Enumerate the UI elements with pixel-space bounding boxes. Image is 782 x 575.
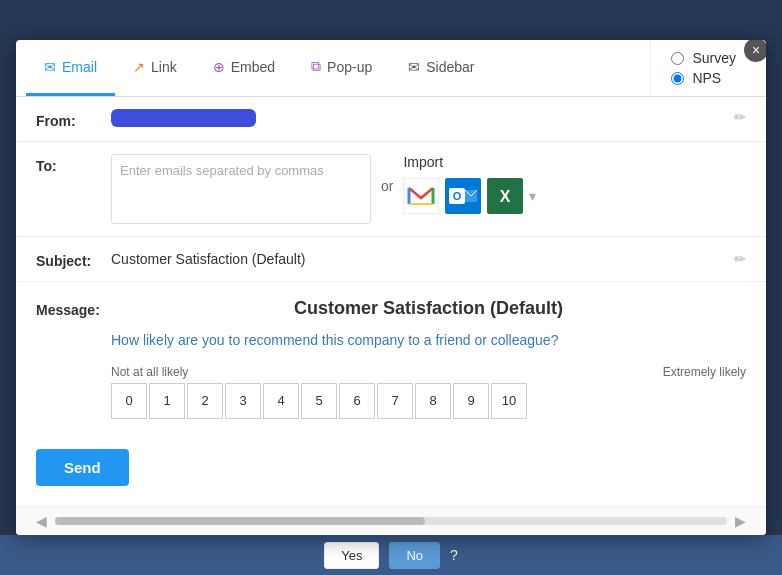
nps-score-button-4[interactable]: 4	[263, 383, 299, 419]
tab-popup[interactable]: ⧉ Pop-up	[293, 40, 390, 96]
nps-score-button-3[interactable]: 3	[225, 383, 261, 419]
modal-body: From: ✏ To: or Import	[16, 97, 766, 535]
subject-edit-icon[interactable]: ✏	[734, 251, 746, 267]
scrollbar-row: ◀ ▶	[16, 506, 766, 535]
no-button[interactable]: No	[389, 542, 440, 569]
tab-link-label: Link	[151, 59, 177, 75]
nps-extremely-likely-label: Extremely likely	[663, 365, 746, 379]
to-row: To: or Import	[16, 142, 766, 237]
import-label: Import	[403, 154, 536, 170]
svg-text:O: O	[453, 190, 462, 202]
from-edit-icon[interactable]: ✏	[734, 109, 746, 125]
survey-radio-item[interactable]: Survey	[671, 50, 736, 66]
or-text: or	[381, 154, 393, 194]
nps-score-button-5[interactable]: 5	[301, 383, 337, 419]
to-section: or Import	[111, 154, 746, 224]
from-email-blob	[111, 109, 256, 127]
help-icon[interactable]: ?	[450, 547, 458, 563]
close-button[interactable]: ×	[744, 40, 766, 62]
import-dropdown-arrow[interactable]: ▾	[529, 188, 536, 204]
nps-not-likely-label: Not at all likely	[111, 365, 188, 379]
from-row: From: ✏	[16, 97, 766, 142]
tab-embed[interactable]: ⊕ Embed	[195, 40, 293, 96]
nps-radio[interactable]	[671, 72, 684, 85]
scroll-thumb	[55, 517, 425, 525]
nps-score-button-0[interactable]: 0	[111, 383, 147, 419]
subject-value: Customer Satisfaction (Default)	[111, 251, 724, 267]
message-title: Customer Satisfaction (Default)	[111, 298, 746, 319]
to-input[interactable]	[111, 154, 371, 224]
scroll-track[interactable]	[55, 517, 727, 525]
excel-import-button[interactable]: X	[487, 178, 523, 214]
message-question: How likely are you to recommend this com…	[111, 331, 746, 351]
subject-row: Subject: Customer Satisfaction (Default)…	[16, 237, 766, 282]
nps-score-button-7[interactable]: 7	[377, 383, 413, 419]
message-label: Message:	[36, 298, 101, 318]
modal-header: ✉ Email ↗ Link ⊕ Embed ⧉ Pop-up ✉ Sideba…	[16, 40, 766, 97]
scroll-left-arrow[interactable]: ◀	[36, 513, 47, 529]
from-value-container	[111, 109, 724, 127]
popup-tab-icon: ⧉	[311, 58, 321, 75]
subject-label: Subject:	[36, 249, 101, 269]
nps-numbers-row: 012345678910	[111, 383, 746, 419]
yes-button[interactable]: Yes	[324, 542, 379, 569]
message-row: Message: Customer Satisfaction (Default)…	[16, 282, 766, 435]
tab-popup-label: Pop-up	[327, 59, 372, 75]
outlook-import-button[interactable]: O	[445, 178, 481, 214]
email-tab-icon: ✉	[44, 59, 56, 75]
embed-tab-icon: ⊕	[213, 59, 225, 75]
link-tab-icon: ↗	[133, 59, 145, 75]
nps-score-button-10[interactable]: 10	[491, 383, 527, 419]
tab-email[interactable]: ✉ Email	[26, 40, 115, 96]
bottom-bar: Yes No ?	[0, 535, 782, 575]
nps-score-button-2[interactable]: 2	[187, 383, 223, 419]
tab-email-label: Email	[62, 59, 97, 75]
sidebar-tab-icon: ✉	[408, 59, 420, 75]
nps-score-button-6[interactable]: 6	[339, 383, 375, 419]
scroll-right-arrow[interactable]: ▶	[735, 513, 746, 529]
tab-link[interactable]: ↗ Link	[115, 40, 195, 96]
nps-radio-item[interactable]: NPS	[671, 70, 736, 86]
nps-score-button-8[interactable]: 8	[415, 383, 451, 419]
nps-score-button-9[interactable]: 9	[453, 383, 489, 419]
message-preview: Customer Satisfaction (Default) How like…	[111, 298, 746, 419]
survey-radio[interactable]	[671, 52, 684, 65]
svg-text:X: X	[500, 188, 511, 205]
import-section: Import	[403, 154, 536, 214]
tab-sidebar[interactable]: ✉ Sidebar	[390, 40, 492, 96]
tab-sidebar-label: Sidebar	[426, 59, 474, 75]
tabs-container: ✉ Email ↗ Link ⊕ Embed ⧉ Pop-up ✉ Sideba…	[26, 40, 650, 96]
share-modal: × ✉ Email ↗ Link ⊕ Embed ⧉ Pop-up	[16, 40, 766, 535]
to-label: To:	[36, 154, 101, 174]
send-button[interactable]: Send	[36, 449, 129, 486]
survey-type-radio-group: Survey NPS	[650, 40, 756, 96]
nps-score-button-1[interactable]: 1	[149, 383, 185, 419]
gmail-import-button[interactable]	[403, 178, 439, 214]
from-label: From:	[36, 109, 101, 129]
send-row: Send	[16, 435, 766, 506]
nps-scale: Not at all likely Extremely likely 01234…	[111, 365, 746, 419]
import-icons-container: O X ▾	[403, 178, 536, 214]
survey-radio-label: Survey	[692, 50, 736, 66]
nps-labels: Not at all likely Extremely likely	[111, 365, 746, 379]
nps-radio-label: NPS	[692, 70, 721, 86]
tab-embed-label: Embed	[231, 59, 275, 75]
